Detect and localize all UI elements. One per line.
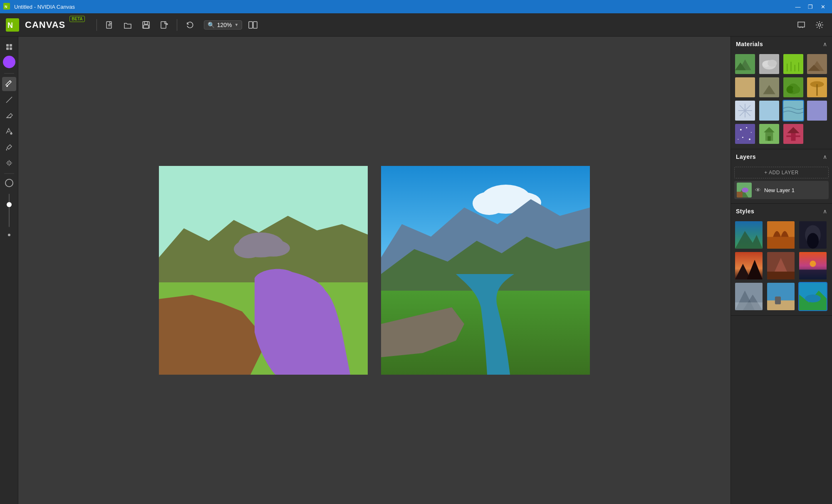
svg-rect-9 — [144, 25, 149, 28]
svg-point-15 — [6, 85, 8, 87]
toolbar-divider-1 — [97, 19, 97, 31]
material-snow[interactable] — [734, 100, 756, 121]
output-canvas-container — [381, 166, 590, 375]
layers-content: + ADD LAYER 👁 New Layer 1 — [731, 164, 832, 203]
toolbar: N CANVAS BETA — [0, 13, 832, 37]
layer-name: New Layer 1 — [764, 187, 826, 193]
tool-separator-2 — [4, 173, 14, 174]
canvas-label: CANVAS — [25, 20, 65, 30]
style-red-rock[interactable] — [766, 251, 795, 280]
zoom-value: 120% — [217, 22, 232, 28]
svg-rect-51 — [783, 101, 803, 121]
svg-rect-50 — [759, 101, 779, 121]
brush-tool[interactable] — [2, 77, 16, 91]
eyedropper-tool[interactable] — [2, 140, 16, 154]
material-mountain[interactable] — [734, 53, 756, 75]
minimize-button[interactable]: — — [792, 2, 804, 11]
svg-rect-27 — [783, 54, 803, 74]
zoom-dropdown-arrow[interactable]: ▼ — [235, 22, 239, 27]
styles-section: Styles ∧ — [731, 204, 832, 316]
brush-size-slider[interactable] — [9, 194, 10, 227]
style-beach-rock[interactable] — [766, 282, 795, 311]
nvidia-logo: N — [5, 17, 20, 32]
material-shrine[interactable] — [782, 123, 804, 145]
material-cloud[interactable] — [758, 53, 780, 75]
layers-header[interactable]: Layers ∧ — [731, 149, 832, 164]
style-dark-cave[interactable] — [798, 220, 827, 250]
svg-rect-84 — [767, 272, 795, 279]
svg-rect-63 — [768, 136, 770, 141]
material-temple[interactable] — [758, 123, 780, 145]
drawing-canvas[interactable] — [159, 166, 368, 375]
materials-section: Materials ∧ — [731, 37, 832, 149]
beta-badge: BETA — [69, 16, 84, 22]
svg-text:N: N — [7, 21, 13, 30]
fill-tool[interactable] — [2, 124, 16, 138]
material-grass[interactable] — [782, 53, 804, 75]
svg-rect-35 — [735, 77, 755, 97]
style-misty-mountain[interactable] — [734, 282, 763, 311]
style-mountains-blue[interactable] — [734, 220, 763, 250]
svg-point-14 — [818, 24, 821, 26]
grid-button[interactable] — [2, 40, 16, 54]
svg-rect-86 — [799, 269, 827, 279]
layers-collapse-button[interactable]: ∧ — [823, 153, 827, 160]
settings-button[interactable] — [812, 17, 827, 32]
material-rock[interactable] — [806, 53, 828, 75]
material-light-blue[interactable] — [758, 100, 780, 121]
maximize-button[interactable]: ❐ — [805, 2, 816, 11]
drawing-canvas-container[interactable] — [159, 166, 368, 375]
open-button[interactable] — [120, 17, 135, 32]
user-avatar[interactable] — [3, 56, 15, 68]
styles-title: Styles — [736, 208, 754, 215]
line-tool[interactable] — [2, 93, 16, 107]
brush-size-handle[interactable] — [7, 202, 12, 207]
svg-rect-12 — [249, 22, 253, 28]
svg-rect-53 — [735, 124, 755, 144]
styles-grid — [731, 219, 832, 315]
layers-section: Layers ∧ + ADD LAYER 👁 New Layer — [731, 149, 832, 204]
svg-rect-70 — [737, 192, 743, 198]
material-watercalm[interactable] — [806, 100, 828, 121]
svg-rect-94 — [775, 296, 781, 304]
undo-button[interactable] — [182, 17, 197, 32]
zoom-control[interactable]: 🔍 120% ▼ — [204, 20, 243, 30]
layer-visibility-toggle[interactable]: 👁 — [755, 187, 761, 193]
material-palm[interactable] — [806, 77, 828, 98]
material-bush[interactable] — [782, 77, 804, 98]
export-button[interactable] — [157, 17, 172, 32]
style-ocean-sunset[interactable] — [798, 251, 827, 280]
style-desert-arch[interactable] — [766, 220, 795, 250]
svg-point-97 — [805, 294, 821, 302]
material-waterflow[interactable] — [782, 100, 804, 121]
materials-collapse-button[interactable]: ∧ — [823, 41, 827, 47]
styles-collapse-button[interactable]: ∧ — [823, 208, 827, 215]
svg-point-58 — [749, 138, 750, 140]
svg-rect-10 — [161, 22, 166, 28]
tool-separator-1 — [4, 73, 14, 74]
layer-item[interactable]: 👁 New Layer 1 — [734, 181, 829, 199]
output-canvas — [381, 166, 590, 375]
add-layer-button[interactable]: + ADD LAYER — [734, 167, 829, 178]
canvas-area[interactable] — [18, 37, 730, 504]
pan-tool[interactable] — [2, 156, 16, 170]
svg-rect-75 — [767, 237, 795, 249]
material-darkrock[interactable] — [758, 77, 780, 98]
save-button[interactable] — [139, 17, 154, 32]
feedback-button[interactable] — [794, 17, 809, 32]
right-panel: Materials ∧ — [730, 37, 832, 504]
material-sand[interactable] — [734, 77, 756, 98]
materials-header[interactable]: Materials ∧ — [731, 37, 832, 52]
style-sunset-mountain[interactable] — [734, 251, 763, 280]
styles-header[interactable]: Styles ∧ — [731, 204, 832, 219]
toggle-view-button[interactable] — [245, 17, 260, 32]
new-button[interactable] — [102, 17, 117, 32]
close-button[interactable]: ✕ — [817, 2, 829, 11]
toolbar-divider-2 — [177, 19, 177, 31]
eraser-tool[interactable] — [2, 109, 16, 123]
svg-rect-13 — [253, 22, 257, 28]
material-stars[interactable] — [734, 123, 756, 145]
svg-point-55 — [746, 127, 747, 128]
style-green-lake[interactable] — [798, 282, 827, 311]
svg-point-26 — [768, 60, 777, 67]
